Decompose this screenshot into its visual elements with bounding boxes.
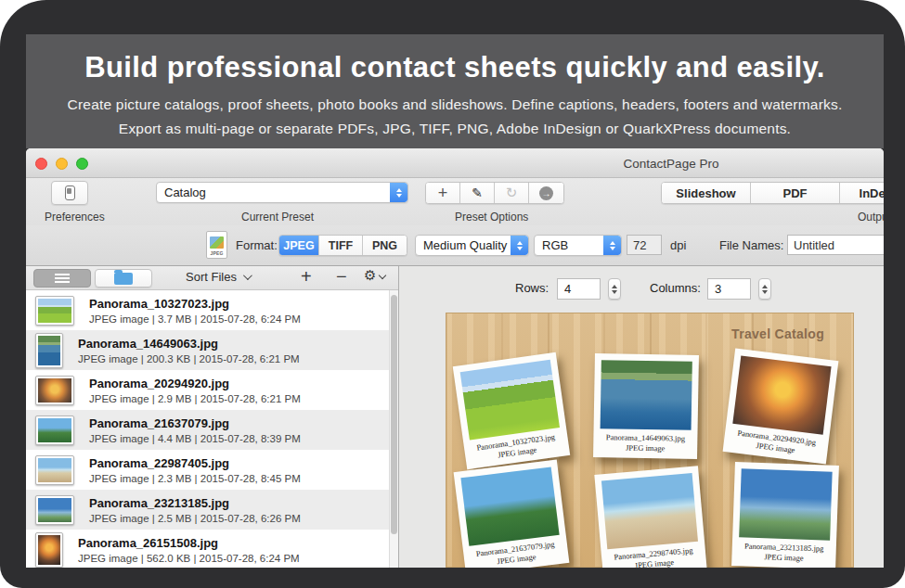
plus-icon: + <box>438 185 448 201</box>
file-row[interactable]: Panorama_22987405.jpgJPEG image | 2.3 MB… <box>26 450 398 490</box>
apply-preset-button[interactable]: → <box>529 183 563 203</box>
preferences-button[interactable] <box>51 181 88 205</box>
file-sidebar: Sort Files + − ⚙ Panorama_10327023.jpgJP… <box>26 266 399 568</box>
file-name-input[interactable]: Untitled <box>787 235 884 255</box>
jpeg-file-icon: JPEG <box>206 231 227 259</box>
file-row[interactable]: Panorama_20294920.jpgJPEG image | 2.9 MB… <box>26 370 398 410</box>
promo-card: Build professional contact sheets quickl… <box>0 0 905 588</box>
file-meta: JPEG image | 200.3 KB | 2015-07-28, 6:21… <box>78 353 300 364</box>
dpi-input[interactable]: 72 <box>627 235 662 255</box>
file-list: Panorama_10327023.jpgJPEG image | 3.7 MB… <box>26 290 398 568</box>
close-button[interactable] <box>35 158 47 170</box>
pdf-button[interactable]: PDF <box>751 183 840 203</box>
catalog-title: Travel Catalog <box>731 326 824 341</box>
photo <box>460 360 560 441</box>
main-toolbar: Preferences Catalog Current Preset + ✎ ↻… <box>26 178 884 225</box>
minimize-button[interactable] <box>56 158 68 170</box>
open-folder-button[interactable] <box>95 269 152 288</box>
file-thumbnail <box>35 296 74 326</box>
quality-value: Medium Quality <box>416 238 511 252</box>
file-meta: JPEG image | 3.7 MB | 2015-07-28, 6:24 P… <box>89 313 301 325</box>
photo-caption: Panorama_23213185.jpgJPEG image <box>738 541 830 565</box>
rows-input[interactable]: 4 <box>557 278 601 300</box>
file-meta: JPEG image | 2.3 MB | 2015-07-28, 8:45 P… <box>89 473 301 484</box>
file-thumbnail <box>35 532 63 568</box>
slideshow-button[interactable]: Slideshow <box>662 183 751 203</box>
photo <box>460 467 559 545</box>
current-preset-label: Current Preset <box>241 211 314 224</box>
polaroid-card: Panorama_10327023.jpgJPEG image <box>453 352 571 470</box>
format-segmented-control: JPEG TIFF PNG <box>278 235 407 256</box>
refresh-icon: ↻ <box>506 185 518 201</box>
current-preset-select[interactable]: Catalog <box>156 182 408 203</box>
photo <box>739 468 833 540</box>
preferences-label: Preferences <box>45 211 105 224</box>
photo <box>601 360 692 430</box>
zoom-button[interactable] <box>76 158 88 170</box>
file-meta: JPEG image | 562.0 KB | 2015-07-28, 6:24… <box>78 553 300 564</box>
list-icon <box>55 274 70 283</box>
file-name: Panorama_23213185.jpg <box>89 496 301 510</box>
grid-controls: Rows: 4 Columns: 3 <box>399 266 884 313</box>
format-option-tiff[interactable]: TIFF <box>319 236 363 255</box>
sidebar-toolbar: Sort Files + − ⚙ <box>26 266 398 290</box>
actions-menu-button[interactable]: ⚙ <box>364 269 385 283</box>
photo-caption: Panorama_14649063.jpgJPEG image <box>600 432 691 454</box>
stepper-icon <box>511 236 528 255</box>
file-name: Panorama_21637079.jpg <box>89 416 301 430</box>
indesign-button[interactable]: InDesign <box>840 183 884 203</box>
dpi-label: dpi <box>670 238 686 252</box>
rows-stepper[interactable] <box>608 278 621 300</box>
file-thumbnail <box>35 415 74 445</box>
polaroid-card: Panorama_22987405.jpgJPEG image <box>594 466 706 568</box>
file-thumbnail <box>35 333 63 368</box>
columns-stepper[interactable] <box>758 278 771 300</box>
output-group: Slideshow PDF InDesign <box>661 182 884 204</box>
columns-label: Columns: <box>650 281 701 295</box>
edit-preset-button[interactable]: ✎ <box>460 183 495 203</box>
file-row[interactable]: Panorama_21637079.jpgJPEG image | 4.4 MB… <box>26 410 398 450</box>
file-row[interactable]: Panorama_10327023.jpgJPEG image | 3.7 MB… <box>26 290 398 330</box>
preset-options-group: + ✎ ↻ → <box>425 182 564 204</box>
photo-caption: Panorama_22987405.jpgJPEG image <box>608 545 701 568</box>
rows-label: Rows: <box>515 281 549 295</box>
titlebar: ContactPage Pro <box>26 148 884 178</box>
sort-files-label: Sort Files <box>186 270 237 284</box>
file-row[interactable]: Panorama_23213185.jpgJPEG image | 2.5 MB… <box>26 490 398 530</box>
colorspace-select[interactable]: RGB <box>534 235 622 256</box>
add-preset-button[interactable]: + <box>426 183 460 203</box>
chevron-down-icon <box>379 271 386 278</box>
remove-files-button[interactable]: − <box>336 266 347 288</box>
format-option-jpeg[interactable]: JPEG <box>279 236 319 255</box>
file-name: Panorama_10327023.jpg <box>89 297 301 311</box>
pencil-icon: ✎ <box>472 185 483 200</box>
file-name: Panorama_26151508.jpg <box>78 536 300 550</box>
banner-headline: Build professional contact sheets quickl… <box>26 49 884 86</box>
sort-files-dropdown[interactable]: Sort Files <box>186 270 250 284</box>
photo <box>732 355 831 434</box>
polaroid-card: Panorama_20294920.jpgJPEG image <box>723 349 839 465</box>
marketing-banner: Build professional contact sheets quickl… <box>26 34 884 148</box>
stepper-icon <box>390 183 407 202</box>
file-thumbnail <box>35 376 74 405</box>
add-files-button[interactable]: + <box>301 266 312 288</box>
file-meta: JPEG image | 4.4 MB | 2015-07-28, 8:39 P… <box>89 433 301 444</box>
file-row[interactable]: Panorama_26151508.jpgJPEG image | 562.0 … <box>26 530 398 568</box>
list-view-button[interactable] <box>33 269 91 288</box>
reset-preset-button[interactable]: ↻ <box>495 183 529 203</box>
traffic-lights <box>35 158 88 170</box>
polaroid-card: Panorama_14649063.jpgJPEG image <box>593 353 699 459</box>
format-label: Format: <box>236 238 278 252</box>
app-window: ContactPage Pro Preferences Catalog Curr… <box>26 148 884 568</box>
file-thumbnail <box>35 495 74 525</box>
content-area: Sort Files + − ⚙ Panorama_10327023.jpgJP… <box>26 266 884 568</box>
arrow-right-icon: → <box>539 186 553 200</box>
file-names-label: File Names: <box>719 238 783 252</box>
columns-input[interactable]: 3 <box>707 278 751 300</box>
gear-icon: ⚙ <box>364 269 376 283</box>
quality-select[interactable]: Medium Quality <box>415 235 529 256</box>
scrollbar-thumb[interactable] <box>391 295 397 534</box>
format-option-png[interactable]: PNG <box>363 236 407 255</box>
file-row[interactable]: Panorama_14649063.jpgJPEG image | 200.3 … <box>26 330 398 370</box>
sidebar-scrollbar[interactable] <box>389 290 398 568</box>
